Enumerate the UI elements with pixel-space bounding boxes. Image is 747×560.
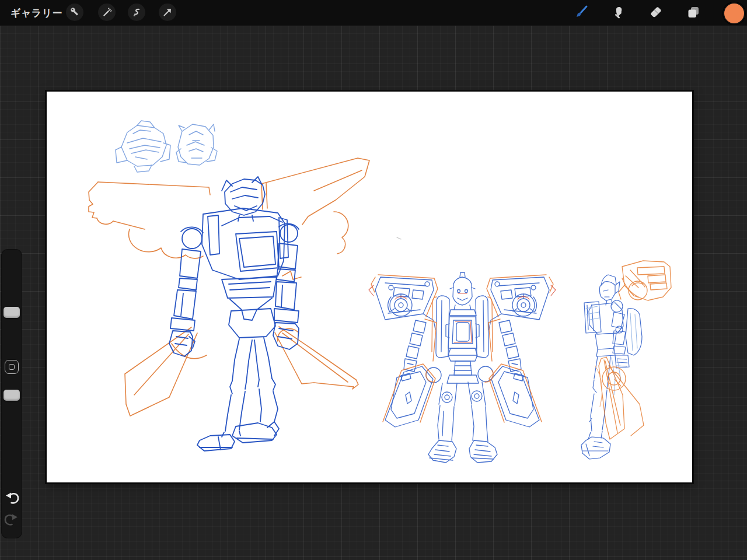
adjustments-button[interactable] [98, 4, 116, 21]
wrench-icon [68, 6, 81, 19]
eraser-icon [648, 5, 664, 20]
modify-button-inner-square [9, 364, 15, 370]
gallery-button[interactable]: ギャラリー [11, 6, 62, 20]
transform-arrow-icon [161, 6, 174, 19]
actions-button[interactable] [66, 4, 83, 21]
right-robot-orange-parts [595, 261, 671, 439]
artwork-sketch [47, 92, 692, 482]
head-study-sketches [116, 121, 217, 172]
layers-button[interactable] [685, 4, 702, 21]
main-robot-blue [169, 177, 299, 451]
drawing-canvas[interactable] [47, 92, 692, 482]
transform-button[interactable] [159, 4, 176, 21]
smudge-tool-button[interactable] [610, 4, 627, 21]
opacity-handle[interactable] [4, 390, 20, 401]
redo-button[interactable] [4, 512, 20, 528]
undo-button[interactable] [4, 490, 20, 506]
undo-icon [4, 490, 20, 506]
middle-robot-blue [375, 272, 549, 463]
paint-tool-button[interactable] [573, 4, 590, 21]
brush-size-handle[interactable] [4, 307, 20, 318]
redo-icon [4, 512, 20, 528]
selection-s-icon [130, 6, 143, 19]
smudge-finger-icon [611, 5, 626, 20]
paintbrush-icon [574, 5, 589, 20]
procreate-app: ギャラリー [0, 0, 747, 560]
stray-pencil-mark [397, 237, 401, 239]
middle-robot-red-accents [369, 285, 556, 342]
main-robot-orange-wings [89, 158, 369, 416]
magic-wand-icon [100, 6, 113, 19]
erase-tool-button[interactable] [647, 4, 665, 21]
selection-button[interactable] [128, 4, 145, 21]
modify-button[interactable] [5, 360, 19, 374]
color-swatch[interactable] [723, 2, 745, 24]
top-toolbar: ギャラリー [0, 0, 747, 26]
layers-icon [686, 5, 701, 20]
